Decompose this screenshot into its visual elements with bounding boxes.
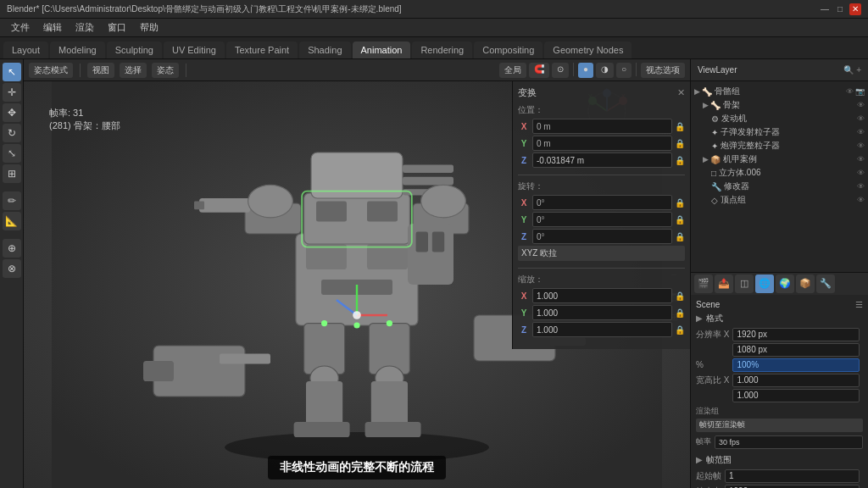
menu-edit[interactable]: 编辑 <box>37 19 68 36</box>
tool-extra2[interactable]: ⊗ <box>3 259 21 278</box>
view-menu[interactable]: 视图 <box>87 63 114 78</box>
select-menu[interactable]: 选择 <box>120 63 147 78</box>
rotation-mode-selector[interactable]: XYZ 欧拉 <box>518 246 685 261</box>
res-x-value[interactable]: 1920 px <box>732 328 860 341</box>
tool-cursor[interactable]: ✛ <box>3 83 21 102</box>
eye-icon-2[interactable]: 👁 <box>857 114 865 123</box>
tab-layout[interactable]: Layout <box>3 42 48 58</box>
close-transform-icon[interactable]: ✕ <box>677 87 685 98</box>
tool-measure[interactable]: 📐 <box>3 212 21 230</box>
tab-world[interactable]: 🌍 <box>776 274 794 293</box>
tool-select[interactable]: ↖ <box>3 63 21 81</box>
eye-icon-1[interactable]: 👁 <box>857 101 865 109</box>
aspect-y-value[interactable]: 1.000 <box>732 389 860 402</box>
rot-z-value[interactable]: 0° <box>532 229 672 244</box>
tree-item-engine[interactable]: ⚙ 发动机 👁 <box>711 112 865 125</box>
eye-icon-7[interactable]: 👁 <box>857 182 865 191</box>
tree-item-armature[interactable]: ▶ 🦴 骨架 👁 <box>703 98 865 112</box>
snap-options[interactable]: 视态选项 <box>641 63 685 78</box>
tree-item-modifier[interactable]: 🔧 修改器 👁 <box>711 180 865 193</box>
viewport-3d[interactable]: 帧率: 31 (281) 骨架：腰部 X Y Z <box>24 81 690 488</box>
pos-z-value[interactable]: -0.031847 m <box>532 152 672 168</box>
scale-x-lock[interactable]: 🔒 <box>675 291 685 301</box>
tab-animation[interactable]: Animation <box>353 42 411 58</box>
tab-uv-editing[interactable]: UV Editing <box>164 42 225 58</box>
eye-icon-8[interactable]: 👁 <box>857 196 865 204</box>
eye-icon-3[interactable]: 👁 <box>857 128 865 136</box>
tab-geometry-nodes[interactable]: Geometry Nodes <box>544 42 632 58</box>
aspect-x-value[interactable]: 1.000 <box>732 374 860 387</box>
global-selector[interactable]: 全局 <box>499 63 526 78</box>
eye-icon-0[interactable]: 👁 <box>846 87 854 96</box>
mech-display[interactable]: 帧率: 31 (281) 骨架：腰部 X Y Z <box>24 81 690 488</box>
tree-item-shell-emitter[interactable]: ✦ 炮弹完整粒子器 👁 <box>711 139 865 152</box>
start-frame-value[interactable]: 1 <box>725 469 860 483</box>
tree-item-cube006[interactable]: □ 立方体.006 👁 <box>711 166 865 180</box>
tree-item-bullet-emitter[interactable]: ✦ 子弹发射粒子器 👁 <box>711 125 865 139</box>
tree-item-mech[interactable]: ▶ 📦 机甲案例 👁 <box>703 152 865 166</box>
proportional-edit[interactable]: ⊙ <box>552 63 569 78</box>
rot-y-value[interactable]: 0° <box>532 212 672 227</box>
menu-help[interactable]: 帮助 <box>134 19 164 36</box>
pos-y-value[interactable]: 0 m <box>532 136 672 151</box>
scale-y-value[interactable]: 1.000 <box>532 305 672 320</box>
menu-render[interactable]: 渲染 <box>70 19 100 36</box>
tool-extra1[interactable]: ⊕ <box>3 239 21 258</box>
tab-compositing[interactable]: Compositing <box>474 42 542 58</box>
format-section[interactable]: ▶ 格式 <box>696 313 863 324</box>
scale-x-value[interactable]: 1.000 <box>532 288 672 303</box>
window-controls[interactable]: — □ ✕ <box>819 3 861 15</box>
rot-z-lock[interactable]: 🔒 <box>675 232 685 241</box>
viewport-shading-solid[interactable]: ● <box>578 63 593 78</box>
viewport-shading-render[interactable]: ○ <box>616 63 632 78</box>
eye-icon-6[interactable]: 👁 <box>857 169 865 177</box>
tree-item-bone-group[interactable]: ▶ 🦴 骨骼组 👁 📷 <box>694 85 865 98</box>
tab-rendering[interactable]: Rendering <box>412 42 472 58</box>
tab-view-layer[interactable]: ◫ <box>735 274 754 293</box>
menu-window[interactable]: 窗口 <box>102 19 132 36</box>
props-options-icon[interactable]: ☰ <box>855 300 863 309</box>
tab-object[interactable]: 📦 <box>796 274 815 293</box>
frame-range-section[interactable]: ▶ 帧范围 <box>696 454 863 466</box>
tool-annotate[interactable]: ✏ <box>3 191 21 210</box>
scale-y-lock[interactable]: 🔒 <box>675 308 685 318</box>
close-button[interactable]: ✕ <box>849 3 861 15</box>
rot-y-lock[interactable]: 🔒 <box>675 215 685 225</box>
viewport-shading-material[interactable]: ◑ <box>596 63 614 78</box>
snap-button[interactable]: 🧲 <box>529 63 549 78</box>
res-y-value[interactable]: 1080 px <box>732 343 860 357</box>
filter-icon[interactable]: 🔍 <box>843 65 854 75</box>
minimize-button[interactable]: — <box>819 3 831 15</box>
percent-value[interactable]: 100% <box>732 358 860 372</box>
pose-menu[interactable]: 姿态 <box>152 63 179 78</box>
tab-scene[interactable]: 🌐 <box>755 274 774 293</box>
menu-file[interactable]: 文件 <box>5 19 36 36</box>
pos-y-lock[interactable]: 🔒 <box>675 139 685 148</box>
fps-value[interactable]: 30 fps <box>715 435 863 449</box>
eye-icon-5[interactable]: 👁 <box>857 155 865 164</box>
scale-z-value[interactable]: 1.000 <box>532 322 672 337</box>
tab-modifier-props[interactable]: 🔧 <box>816 274 835 293</box>
pos-z-lock[interactable]: 🔒 <box>675 156 685 165</box>
add-collection-icon[interactable]: + <box>856 65 861 75</box>
tab-texture-paint[interactable]: Texture Paint <box>226 42 298 58</box>
pos-x-value[interactable]: 0 m <box>532 119 672 134</box>
eye-icon-4[interactable]: 👁 <box>857 141 865 150</box>
end-frame-value[interactable]: 1000 <box>725 485 860 489</box>
tab-shading[interactable]: Shading <box>299 42 350 58</box>
mode-selector[interactable]: 姿态模式 <box>29 63 73 78</box>
tab-output[interactable]: 📤 <box>715 274 733 293</box>
rot-x-lock[interactable]: 🔒 <box>675 198 685 208</box>
rot-x-value[interactable]: 0° <box>532 195 672 210</box>
tool-scale[interactable]: ⤡ <box>3 144 21 163</box>
camera-icon-0[interactable]: 📷 <box>855 87 865 96</box>
tool-move[interactable]: ✥ <box>3 103 21 122</box>
pos-x-lock[interactable]: 🔒 <box>675 122 685 131</box>
tree-item-vertex-group[interactable]: ◇ 顶点组 👁 <box>711 193 865 207</box>
tab-modeling[interactable]: Modeling <box>50 42 105 58</box>
tool-rotate[interactable]: ↻ <box>3 124 21 142</box>
render-value[interactable]: 帧切至渲染帧 <box>696 419 863 432</box>
tool-transform[interactable]: ⊞ <box>3 164 21 183</box>
scale-z-lock[interactable]: 🔒 <box>675 325 685 335</box>
tab-sculpting[interactable]: Sculpting <box>107 42 162 58</box>
